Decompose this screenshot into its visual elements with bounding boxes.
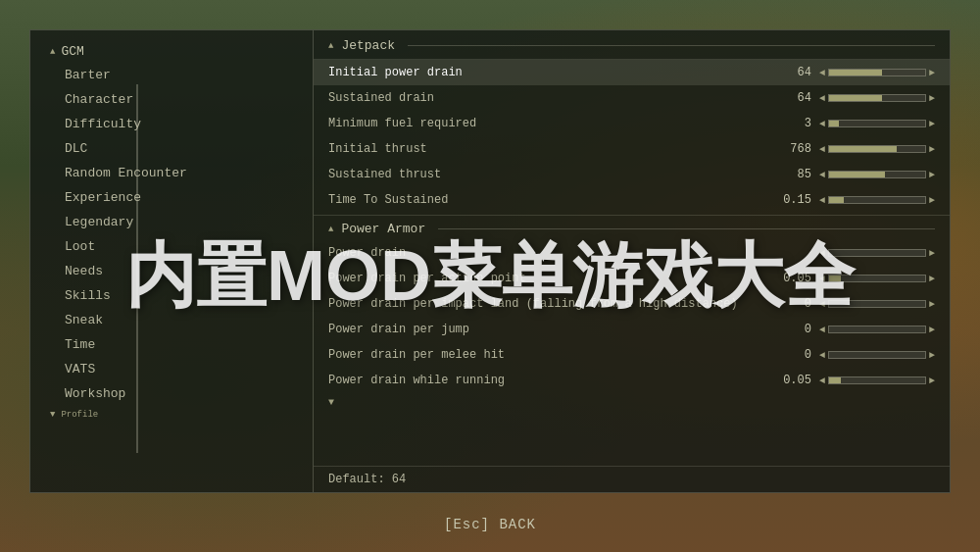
setting-value: 0.05 [762, 272, 811, 285]
setting-row-min-fuel[interactable]: Minimum fuel required 3 ◄ ► [314, 111, 950, 136]
back-button[interactable]: [Esc] BACK [444, 517, 536, 532]
sidebar-item-legendary[interactable]: Legendary [30, 210, 313, 234]
setting-name: Power drain per action point [328, 272, 762, 285]
setting-name: Sustained thrust [328, 168, 762, 181]
content-panel: Jetpack Initial power drain 64 ◄ ► Susta… [314, 29, 951, 493]
setting-row-power-drain-running[interactable]: Power drain while running 0.05 ◄ ► [314, 368, 950, 393]
sidebar-profile-label: Profile [61, 410, 98, 420]
setting-name: Initial power drain [328, 66, 762, 79]
slider-left-arrow[interactable]: ◄ [819, 248, 825, 259]
slider-right-arrow[interactable]: ► [929, 350, 935, 361]
setting-value: 768 [762, 142, 811, 156]
slider-track[interactable] [828, 94, 926, 102]
setting-row-sustained-thrust[interactable]: Sustained thrust 85 ◄ ► [314, 162, 950, 187]
sidebar-item-barter[interactable]: Barter [30, 63, 313, 87]
slider-left-arrow[interactable]: ◄ [819, 299, 825, 310]
slider-left-arrow[interactable]: ◄ [819, 144, 825, 155]
sidebar-item-character[interactable]: Character [30, 87, 313, 112]
slider-track[interactable] [828, 376, 926, 384]
slider-right-arrow[interactable]: ► [929, 68, 935, 78]
slider-right-arrow[interactable]: ► [929, 299, 935, 310]
slider-right-arrow[interactable]: ► [929, 119, 935, 129]
slider-track[interactable] [828, 249, 926, 257]
slider-right-arrow[interactable]: ► [929, 170, 935, 180]
setting-row-initial-power-drain[interactable]: Initial power drain 64 ◄ ► [314, 60, 950, 85]
sidebar-item-experience[interactable]: Experience [30, 185, 313, 210]
setting-row-power-drain-impact[interactable]: Power drain per impact land (falling fro… [314, 291, 950, 317]
slider-left-arrow[interactable]: ◄ [819, 274, 825, 284]
setting-value: 0.05 [762, 374, 811, 387]
setting-name: Power drain per jump [328, 323, 762, 336]
setting-row-power-drain-action[interactable]: Power drain per action point 0.05 ◄ ► [314, 266, 950, 291]
sidebar-item-vats[interactable]: VATS [30, 357, 313, 381]
slider-fill [829, 121, 839, 126]
slider-right-arrow[interactable]: ► [929, 144, 935, 155]
slider-container[interactable]: ◄ ► [819, 119, 935, 129]
sidebar-item-loot[interactable]: Loot [30, 234, 313, 259]
setting-row-power-drain-melee[interactable]: Power drain per melee hit 0 ◄ ► [314, 342, 950, 368]
section-collapse-arrow[interactable]: ▼ [314, 393, 950, 412]
slider-track[interactable] [828, 145, 926, 153]
slider-left-arrow[interactable]: ◄ [819, 376, 825, 386]
setting-value: 64 [762, 91, 811, 105]
setting-name: Sustained drain [328, 91, 762, 105]
slider-track[interactable] [828, 275, 926, 282]
slider-left-arrow[interactable]: ◄ [819, 68, 825, 78]
slider-container[interactable]: ◄ ► [819, 195, 935, 206]
section-header-line [408, 45, 935, 46]
slider-track[interactable] [828, 120, 926, 127]
slider-left-arrow[interactable]: ◄ [819, 325, 825, 335]
sidebar-item-difficulty[interactable]: Difficulty [30, 112, 313, 136]
slider-left-arrow[interactable]: ◄ [819, 119, 825, 129]
setting-value: 85 [762, 168, 811, 181]
setting-row-power-drain-jump[interactable]: Power drain per jump 0 ◄ ► [314, 317, 950, 342]
slider-container[interactable]: ◄ ► [819, 248, 935, 259]
setting-row-sustained-drain[interactable]: Sustained drain 64 ◄ ► [314, 85, 950, 111]
slider-container[interactable]: ◄ ► [819, 350, 935, 361]
sidebar-item-time[interactable]: Time [30, 332, 313, 357]
slider-left-arrow[interactable]: ◄ [819, 195, 825, 206]
setting-name: Power drain while running [328, 374, 762, 387]
slider-fill [829, 197, 844, 203]
slider-fill [829, 146, 897, 152]
bottom-bar: [Esc] BACK [0, 517, 980, 532]
slider-container[interactable]: ◄ ► [819, 170, 935, 180]
setting-row-initial-thrust[interactable]: Initial thrust 768 ◄ ► [314, 136, 950, 162]
slider-container[interactable]: ◄ ► [819, 93, 935, 104]
slider-track[interactable] [828, 196, 926, 204]
slider-left-arrow[interactable]: ◄ [819, 350, 825, 361]
setting-row-time-to-sustained[interactable]: Time To Sustained 0.15 ◄ ► [314, 187, 950, 213]
slider-right-arrow[interactable]: ► [929, 325, 935, 335]
sidebar-item-dlc[interactable]: DLC [30, 136, 313, 161]
slider-container[interactable]: ◄ ► [819, 376, 935, 386]
sidebar-profile-collapse[interactable]: Profile [30, 406, 313, 424]
sidebar-item-skills[interactable]: Skills [30, 283, 313, 308]
slider-right-arrow[interactable]: ► [929, 93, 935, 104]
slider-fill [829, 95, 882, 101]
slider-container[interactable]: ◄ ► [819, 144, 935, 155]
sidebar-item-needs[interactable]: Needs [30, 259, 313, 283]
slider-track[interactable] [828, 351, 926, 359]
sidebar-item-workshop[interactable]: Workshop [30, 381, 313, 406]
slider-track[interactable] [828, 69, 926, 76]
slider-left-arrow[interactable]: ◄ [819, 170, 825, 180]
slider-right-arrow[interactable]: ► [929, 248, 935, 259]
setting-row-power-drain[interactable]: Power drain ◄ ► [314, 240, 950, 266]
slider-left-arrow[interactable]: ◄ [819, 93, 825, 104]
jetpack-section-header: Jetpack [314, 30, 950, 60]
jetpack-settings-list: Initial power drain 64 ◄ ► Sustained dra… [314, 60, 950, 466]
sidebar-section-gcm: GCM [30, 40, 313, 63]
slider-container[interactable]: ◄ ► [819, 68, 935, 78]
slider-track[interactable] [828, 171, 926, 178]
sidebar-item-random-encounter[interactable]: Random Encounter [30, 161, 313, 185]
slider-container[interactable]: ◄ ► [819, 299, 935, 310]
sidebar-item-sneak[interactable]: Sneak [30, 308, 313, 332]
slider-track[interactable] [828, 326, 926, 333]
slider-right-arrow[interactable]: ► [929, 376, 935, 386]
slider-right-arrow[interactable]: ► [929, 195, 935, 206]
slider-container[interactable]: ◄ ► [819, 325, 935, 335]
slider-container[interactable]: ◄ ► [819, 274, 935, 284]
slider-track[interactable] [828, 300, 926, 308]
slider-right-arrow[interactable]: ► [929, 274, 935, 284]
setting-value: 3 [762, 117, 811, 130]
